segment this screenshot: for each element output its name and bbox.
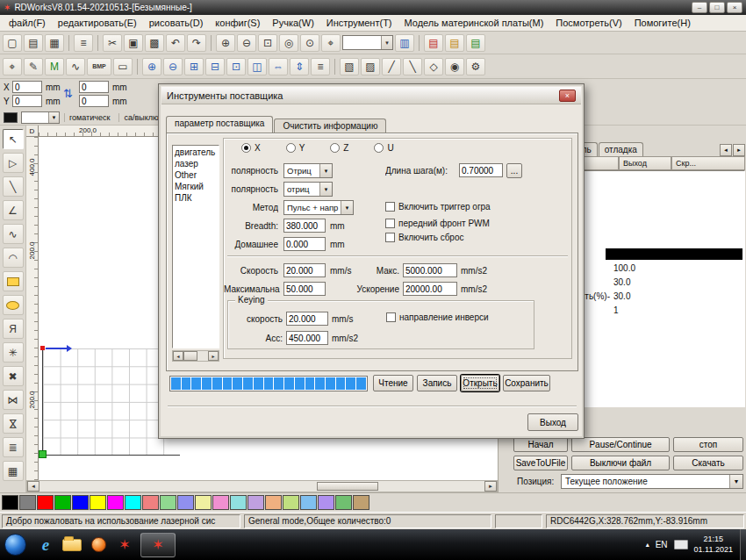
pan-blue-icon[interactable]: ◫ [247, 58, 267, 75]
dialog-close-button[interactable]: × [559, 90, 576, 102]
exit-button[interactable]: Выход [527, 413, 578, 431]
rdworks-shortcut-icon[interactable]: ✶ [111, 533, 138, 556]
dialog-tab-очистить-информацию[interactable]: Очистить информацию [274, 118, 386, 133]
zoom-out-icon[interactable]: ⊖ [237, 34, 256, 52]
keying-speed-input[interactable] [286, 312, 328, 326]
wave-tool-icon[interactable]: ∿ [66, 58, 85, 75]
print-preview-icon[interactable]: ≡ [311, 58, 330, 75]
menu-редактировать-e[interactable]: редактировать(E) [52, 17, 143, 29]
palette-color-1[interactable] [19, 495, 36, 510]
palette-color-19[interactable] [335, 495, 352, 510]
layer-color-swatch[interactable] [606, 248, 742, 260]
zoom-in-blue-icon[interactable]: ⊕ [142, 58, 161, 75]
panel-button-стоп[interactable]: стоп [673, 437, 743, 452]
output-table-orange-icon[interactable]: ▤ [445, 34, 464, 52]
node-edit-icon[interactable]: ▷ [3, 153, 24, 173]
y1-input[interactable] [12, 95, 42, 107]
maximal-input[interactable] [283, 282, 326, 296]
dialog-tab-параметр-поставщика[interactable]: параметр поставщика [166, 116, 273, 133]
preview-monitor-icon[interactable]: ▥ [395, 34, 414, 52]
text-m-icon[interactable]: M [45, 58, 64, 75]
paste-icon[interactable]: ▩ [145, 34, 164, 52]
bmp-tool-icon[interactable]: BMP [87, 58, 111, 75]
palette-color-12[interactable] [212, 495, 229, 510]
column-header-1[interactable]: Выход [619, 156, 671, 170]
zoom-selection-icon[interactable]: ⊙ [300, 34, 319, 52]
step-length-input[interactable] [459, 163, 503, 177]
line-tool-icon[interactable]: ╲ [3, 176, 24, 197]
axis-radio-x[interactable]: X [241, 143, 261, 153]
close-button[interactable]: × [727, 2, 742, 13]
pick-tool-icon[interactable]: ⌖ [3, 58, 22, 75]
palette-color-8[interactable] [142, 495, 159, 510]
minimize-button[interactable]: – [692, 2, 707, 13]
step-more-button[interactable]: ... [506, 163, 522, 178]
palette-color-3[interactable] [54, 495, 71, 510]
list-item-мягкий-плк[interactable]: Мягкий ПЛК [175, 181, 217, 204]
dialog-button-чтение[interactable]: Чтение [373, 375, 413, 391]
tray-expand-icon[interactable]: ▴ [646, 541, 649, 549]
zoom-min-icon[interactable]: ⊟ [205, 58, 225, 75]
scrollbar-thumb[interactable] [183, 351, 197, 361]
media-player-icon[interactable] [85, 533, 111, 556]
dialog-button-сохранить[interactable]: Сохранить [503, 375, 550, 391]
axis-radio-y[interactable]: Y [286, 143, 305, 153]
acc-input[interactable] [286, 331, 328, 345]
scroll-left-icon[interactable]: ◄ [27, 481, 39, 492]
arrows-horizontal-icon[interactable]: ⇔ [269, 58, 288, 75]
tab-scroll-left-icon[interactable]: ◄ [720, 144, 732, 156]
arrows-vertical-icon[interactable]: ⇕ [290, 58, 309, 75]
panel-button-выключи-файл[interactable]: Выключи файл [571, 456, 670, 470]
panel-button-savetoufile[interactable]: SaveToUFile [513, 456, 568, 470]
x1-input[interactable] [12, 81, 42, 93]
zoom-in-icon[interactable]: ⊕ [216, 34, 235, 52]
anchor-select[interactable]: ▼ [342, 35, 393, 50]
zoom-box-icon[interactable]: ⊞ [184, 58, 204, 75]
arc-tool-icon[interactable]: ◠ [3, 248, 24, 268]
hatch-icon[interactable]: ▧ [340, 58, 359, 75]
mirror-vertical-icon[interactable]: ⋈ [3, 413, 24, 434]
vendor-category-list[interactable]: двигательлазерOtherМягкий ПЛК [172, 145, 219, 348]
scroll-right-icon[interactable]: ► [484, 481, 497, 492]
accel-input[interactable] [403, 282, 457, 296]
zoom-out-blue-icon[interactable]: ⊖ [163, 58, 183, 75]
menu-файл-f[interactable]: файл(F) [3, 17, 52, 29]
list-item-лазер[interactable]: лазер [175, 158, 217, 169]
star-tool-icon[interactable]: ✳ [3, 342, 24, 363]
palette-color-7[interactable] [125, 495, 141, 510]
select-tool-icon[interactable]: ↖ [3, 129, 24, 149]
clock[interactable]: 21:15 01.11.2021 [694, 535, 733, 555]
rect-outline-icon[interactable]: ▭ [113, 58, 133, 75]
menu-инструмент-т[interactable]: Инструмент(Т) [320, 17, 398, 29]
ellipse-tool-icon[interactable] [3, 295, 24, 315]
dialog-button-запись[interactable]: Запись [417, 375, 457, 391]
explorer-folder-icon[interactable] [59, 533, 85, 556]
delete-tool-icon[interactable]: ✖ [3, 366, 24, 386]
polarity2-select[interactable]: отриц▼ [283, 182, 333, 197]
tab-отладка[interactable]: отладка [599, 142, 643, 156]
palette-color-2[interactable] [37, 495, 54, 510]
zoom-all-icon[interactable]: ◎ [279, 34, 298, 52]
menu-ручка-w[interactable]: Ручка(W) [266, 17, 319, 29]
palette-color-16[interactable] [283, 495, 299, 510]
menu-помогите-н[interactable]: Помогите(Н) [628, 17, 697, 29]
pen-color-swatch[interactable] [4, 112, 18, 123]
save-icon[interactable]: ▦ [45, 34, 64, 52]
settings-gear-icon[interactable]: ⚙ [466, 58, 485, 75]
palette-color-20[interactable] [353, 495, 369, 510]
polarity1-select[interactable]: Отриц▼ [283, 163, 333, 178]
slash-tool-icon[interactable]: ╱ [382, 58, 401, 75]
curve-tool-icon[interactable]: ∿ [3, 224, 24, 244]
pan-view-icon[interactable]: ⌖ [321, 34, 341, 52]
max-input[interactable] [403, 263, 457, 277]
palette-color-11[interactable] [195, 495, 212, 510]
copy-icon[interactable]: ▣ [124, 34, 143, 52]
language-indicator[interactable]: EN [656, 540, 668, 549]
menu-модель-материнской-платы-м[interactable]: Модель материнской платы(М) [398, 17, 550, 29]
new-file-icon[interactable]: ▢ [3, 34, 22, 52]
menu-посмотреть-v[interactable]: Посмотреть(V) [549, 17, 628, 29]
palette-color-6[interactable] [107, 495, 124, 510]
tab-scroll-right-icon[interactable]: ► [733, 144, 745, 156]
enable-reset-checkbox[interactable]: Включить сброс [385, 233, 464, 242]
polyline-tool-icon[interactable]: ∠ [3, 200, 24, 220]
